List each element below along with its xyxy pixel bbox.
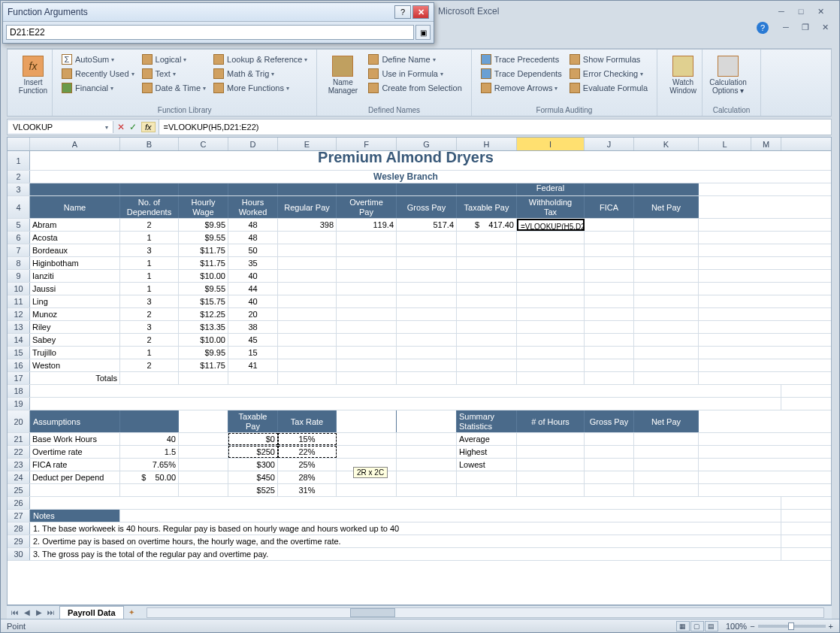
maximize-button[interactable]: □ [794,6,808,17]
table-row[interactable]: 8 Higinbotham 1 $11.75 35 [8,257,831,270]
col-header[interactable]: G [397,138,457,150]
table-row[interactable]: 11 Ling 3 $15.75 40 [8,295,831,308]
cancel-formula-button[interactable]: ✕ [117,122,125,132]
trace-precedents-button[interactable]: Trace Precedents [478,53,565,66]
page-title: Premium Almond Dryers [32,151,779,164]
evaluate-formula-button[interactable]: Evaluate Formula [567,81,651,95]
table-row[interactable]: 14 Sabey 2 $10.00 45 [8,334,831,347]
col-header[interactable]: M [751,138,781,150]
table-row[interactable]: 9 Ianziti 1 $10.00 40 [8,270,831,283]
watch-window-button[interactable]: Watch Window [663,53,703,95]
spreadsheet[interactable]: A B C D E F G H I J K L M 1Premium Almon… [7,137,832,605]
formula-bar[interactable]: =VLOOKUP(H5,D21:E22) [159,120,831,135]
col-header[interactable]: B [120,138,179,150]
autosum-button[interactable]: ΣAutoSum▾ [59,53,137,66]
app-title: Microsoft Excel [438,6,775,17]
help-icon[interactable]: ? [757,22,769,34]
watch-icon [672,56,693,77]
fx-icon: fx [23,56,44,77]
col-header[interactable]: L [699,138,751,150]
tab-nav-first[interactable]: ⏮ [10,608,20,616]
fx-button[interactable]: fx [141,122,156,132]
close-button[interactable]: ✕ [814,6,827,17]
table-row[interactable]: 5 Abram 2 $9.95 48 398 119.4 517.4 $ 417… [8,219,831,232]
normal-view-button[interactable]: ▦ [676,621,690,631]
function-arguments-dialog: Function Arguments ? ✕ ▣ [2,2,434,44]
col-header[interactable]: F [337,138,397,150]
recently-used-button[interactable]: Recently Used▾ [59,67,137,80]
more-functions-button[interactable]: More Functions▾ [210,81,310,95]
zoom-out-button[interactable]: − [750,622,754,631]
dialog-range-input[interactable] [6,25,414,40]
name-manager-button[interactable]: Name Manager [323,53,362,95]
page-break-button[interactable]: ▤ [705,621,718,631]
subtitle: Wesley Branch [32,171,779,183]
col-header[interactable]: J [585,138,634,150]
calc-options-button[interactable]: Calculation Options ▾ [709,53,748,95]
dialog-close-button[interactable]: ✕ [412,5,429,19]
col-header[interactable]: I [517,138,585,150]
calc-icon [718,56,739,77]
col-header[interactable]: E [278,138,337,150]
tab-nav-next[interactable]: ▶ [34,608,44,616]
table-row[interactable]: 21 Base Work Hours 40 $0 15% Average [8,433,831,446]
sheet-tab[interactable]: Payroll Data [59,606,124,619]
table-row[interactable]: 13 Riley 3 $13.35 38 [8,321,831,334]
dialog-title: Function Arguments [8,7,393,17]
financial-button[interactable]: Financial▾ [59,81,137,95]
selection-tooltip: 2R x 2C [353,467,388,478]
text-button[interactable]: Text▾ [139,67,210,80]
math-button[interactable]: Math & Trig▾ [210,67,310,80]
col-header[interactable]: C [179,138,228,150]
table-row[interactable]: 25 $525 31% [8,484,831,497]
create-from-selection-button[interactable]: Create from Selection [365,81,464,95]
page-layout-button[interactable]: ▢ [690,621,704,631]
name-manager-icon [332,56,353,77]
col-header[interactable]: D [228,138,278,150]
table-row[interactable]: 16 Weston 2 $11.75 41 [8,359,831,372]
doc-minimize-button[interactable]: ─ [779,22,793,32]
col-header[interactable]: A [30,138,120,150]
error-checking-button[interactable]: Error Checking▾ [567,67,651,80]
show-formulas-button[interactable]: Show Formulas [567,53,651,66]
lookup-button[interactable]: Lookup & Reference▾ [210,53,310,66]
tab-nav-prev[interactable]: ◀ [22,608,32,616]
doc-restore-button[interactable]: ❐ [799,22,812,32]
insert-function-button[interactable]: fx Insert Function [14,53,53,95]
table-row[interactable]: 22 Overtime rate 1.5 $250 22% Highest [8,446,831,459]
chevron-down-icon: ▾ [105,124,108,131]
horizontal-scrollbar[interactable] [147,607,824,618]
zoom-slider[interactable] [758,625,826,628]
dialog-help-button[interactable]: ? [394,5,411,19]
enter-formula-button[interactable]: ✓ [129,122,137,132]
zoom-level: 100% [726,622,747,631]
table-row[interactable]: 12 Munoz 2 $12.25 20 [8,308,831,321]
remove-arrows-button[interactable]: Remove Arrows▾ [478,81,565,95]
table-row[interactable]: 23 FICA rate 7.65% $300 25% Lowest [8,459,831,471]
define-name-button[interactable]: Define Name▾ [365,53,464,66]
date-time-button[interactable]: Date & Time▾ [139,81,210,95]
status-mode: Point [7,622,676,631]
table-row[interactable]: 6 Acosta 1 $9.55 48 [8,232,831,244]
zoom-in-button[interactable]: + [829,622,833,631]
ribbon: fx Insert Function ΣAutoSum▾ Recently Us… [7,49,832,117]
trace-dependents-button[interactable]: Trace Dependents [478,67,565,80]
table-row[interactable]: 10 Jaussi 1 $9.55 44 [8,283,831,295]
logical-button[interactable]: Logical▾ [139,53,210,66]
tab-nav-last[interactable]: ⏭ [46,608,56,616]
new-sheet-button[interactable]: ✦ [124,607,139,618]
minimize-button[interactable]: ─ [775,6,788,17]
select-all-corner[interactable] [8,138,30,150]
col-header[interactable]: K [634,138,699,150]
doc-close-button[interactable]: ✕ [818,22,832,32]
table-row[interactable]: 15 Trujillo 1 $9.95 15 [8,347,831,359]
use-in-formula-button[interactable]: Use in Formula▾ [365,67,464,80]
table-row[interactable]: 7 Bordeaux 3 $11.75 50 [8,244,831,257]
table-row[interactable]: 24 Deduct per Depend $ 50.00 $450 28% [8,471,831,484]
name-box[interactable]: VLOOKUP ▾ [8,121,113,133]
col-header[interactable]: H [457,138,517,150]
dialog-expand-button[interactable]: ▣ [415,25,431,40]
